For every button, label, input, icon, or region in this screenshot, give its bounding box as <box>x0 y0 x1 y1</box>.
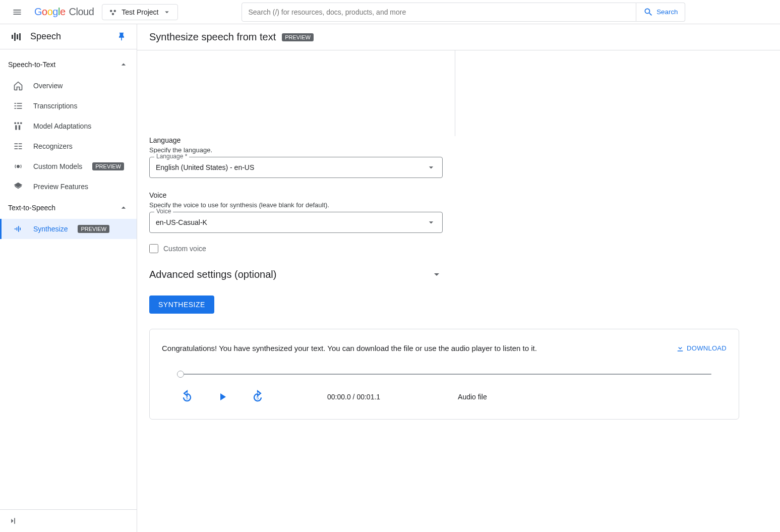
custom-voice-checkbox-row[interactable]: Custom voice <box>149 244 443 253</box>
main-content: Synthesize speech from text PREVIEW Lang… <box>137 24 780 532</box>
hamburger-icon <box>12 7 22 17</box>
svg-point-2 <box>112 13 114 15</box>
nav-item-preview-features[interactable]: Preview Features <box>0 176 137 197</box>
svg-point-0 <box>110 10 112 12</box>
search-button-label: Search <box>656 8 678 16</box>
svg-rect-14 <box>17 123 19 124</box>
search-button[interactable]: Search <box>636 3 685 22</box>
dropdown-icon <box>162 8 171 17</box>
sidebar-nav: Speech-to-Text Overview Transcriptions M… <box>0 49 137 509</box>
svg-rect-5 <box>17 34 18 39</box>
forward-5-button[interactable]: 5 <box>251 390 265 404</box>
svg-rect-4 <box>14 33 16 41</box>
search-container: Search <box>242 3 685 22</box>
nav-item-adaptations[interactable]: Model Adaptations <box>0 116 137 136</box>
advanced-settings-label: Advanced settings (optional) <box>149 269 276 280</box>
language-value: English (United States) - en-US <box>156 163 254 171</box>
forward-5-icon: 5 <box>251 390 265 404</box>
nav-item-label: Model Adaptations <box>33 122 91 130</box>
svg-point-24 <box>17 165 20 168</box>
svg-rect-7 <box>15 103 16 104</box>
search-icon <box>643 7 653 17</box>
voice-float-label: Voice <box>154 208 173 215</box>
custom-voice-label: Custom voice <box>163 245 206 253</box>
sidebar-collapse-button[interactable] <box>4 513 20 529</box>
voice-field: Voice en-US-Casual-K <box>149 212 443 233</box>
page-title: Synthesize speech from text <box>149 31 276 43</box>
svg-rect-20 <box>15 146 18 147</box>
sidebar: Speech Speech-to-Text Overview Transcrip… <box>0 24 137 532</box>
pin-icon <box>116 32 127 42</box>
project-picker[interactable]: Test Project <box>102 4 178 20</box>
audio-time: 00:00.0 / 00:01.1 <box>327 393 380 401</box>
list-icon <box>13 101 23 111</box>
chevron-up-icon <box>118 203 129 213</box>
dropdown-icon <box>426 162 436 172</box>
voice-select[interactable]: en-US-Casual-K <box>149 212 443 233</box>
audio-track-thumb[interactable] <box>177 371 184 378</box>
svg-rect-3 <box>12 35 13 39</box>
svg-rect-8 <box>17 103 22 104</box>
custom-voice-checkbox[interactable] <box>149 244 158 253</box>
voice-section-label: Voice <box>149 191 443 199</box>
nav-item-transcriptions[interactable]: Transcriptions <box>0 96 137 116</box>
svg-rect-13 <box>15 123 16 124</box>
svg-rect-19 <box>19 143 22 144</box>
page-header: Synthesize speech from text PREVIEW <box>137 24 780 50</box>
svg-rect-21 <box>19 146 22 147</box>
play-icon <box>216 391 228 403</box>
search-input[interactable] <box>248 8 630 16</box>
audio-player: 5 5 00:00.0 / 00:01.1 Audio file <box>162 374 727 404</box>
audio-track[interactable] <box>177 374 711 375</box>
language-float-label: Language * <box>154 153 189 160</box>
content-area: Language Specify the language. Language … <box>137 50 780 532</box>
project-icon <box>108 8 117 17</box>
sidebar-collapse-row <box>0 509 137 532</box>
nav-item-overview[interactable]: Overview <box>0 76 137 96</box>
service-title: Speech <box>30 31 108 42</box>
advanced-settings-toggle[interactable]: Advanced settings (optional) <box>149 268 443 280</box>
language-field: Language * English (United States) - en-… <box>149 157 443 178</box>
svg-rect-12 <box>17 108 22 109</box>
nav-item-label: Custom Models <box>33 162 82 170</box>
svg-rect-23 <box>19 148 22 149</box>
synthesize-button[interactable]: SYNTHESIZE <box>149 295 214 314</box>
voice-help: Specify the voice to use for synthesis (… <box>149 201 443 209</box>
model-icon <box>13 121 23 131</box>
nav-group-stt-label: Speech-to-Text <box>8 61 55 69</box>
svg-text:5: 5 <box>186 396 189 400</box>
nav-item-label: Preview Features <box>33 183 88 191</box>
download-button[interactable]: DOWNLOAD <box>676 343 727 352</box>
audio-icon <box>13 161 23 171</box>
nav-group-tts[interactable]: Text-to-Speech <box>0 197 137 219</box>
nav-item-synthesize[interactable]: Synthesize PREVIEW <box>0 219 137 239</box>
preview-badge: PREVIEW <box>78 225 109 233</box>
language-select[interactable]: English (United States) - en-US <box>149 157 443 178</box>
rewind-5-button[interactable]: 5 <box>180 390 194 404</box>
synthesize-icon <box>13 224 23 234</box>
chevron-down-icon <box>431 268 443 280</box>
pin-button[interactable] <box>116 32 127 42</box>
main-menu-button[interactable] <box>8 3 26 21</box>
play-button[interactable] <box>216 391 228 403</box>
language-help: Specify the language. <box>149 146 443 154</box>
nav-group-stt[interactable]: Speech-to-Text <box>0 53 137 76</box>
svg-rect-10 <box>17 105 22 106</box>
google-cloud-logo[interactable]: Google Cloud <box>34 6 94 18</box>
nav-item-recognizers[interactable]: Recognizers <box>0 136 137 156</box>
svg-rect-6 <box>19 33 21 40</box>
nav-group-tts-label: Text-to-Speech <box>8 204 55 212</box>
global-header: Google Cloud Test Project Search <box>0 0 780 24</box>
project-name: Test Project <box>122 8 158 16</box>
search-box[interactable] <box>242 3 636 22</box>
svg-rect-22 <box>15 148 18 149</box>
result-panel: Congratulations! You have synthesized yo… <box>149 329 739 420</box>
voice-value: en-US-Casual-K <box>156 218 207 226</box>
side-divider <box>455 50 455 136</box>
nav-item-custom-models[interactable]: Custom Models PREVIEW <box>0 156 137 176</box>
service-header: Speech <box>0 24 137 49</box>
nav-item-label: Synthesize <box>33 225 68 233</box>
svg-rect-17 <box>19 125 20 130</box>
download-label: DOWNLOAD <box>687 344 727 352</box>
preview-badge: PREVIEW <box>92 162 124 170</box>
